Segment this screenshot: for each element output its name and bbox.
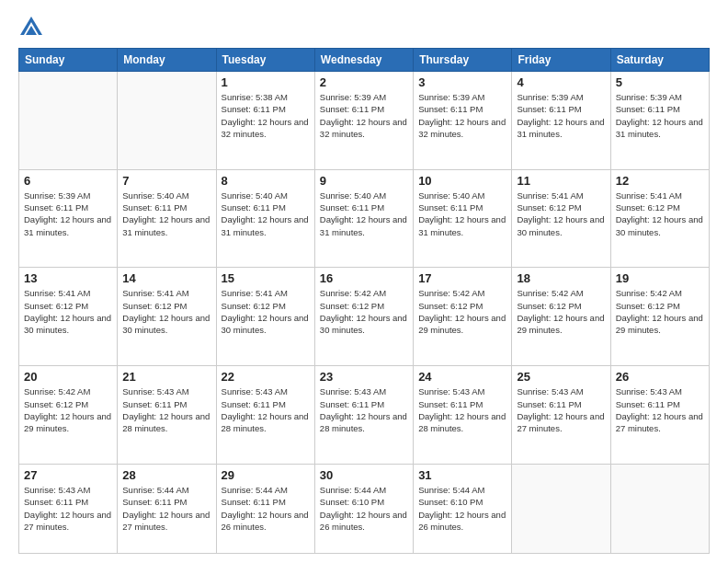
day-number: 30 (320, 468, 408, 482)
calendar-day-cell: 7Sunrise: 5:40 AM Sunset: 6:11 PM Daylig… (118, 169, 216, 268)
calendar-day-cell: 29Sunrise: 5:44 AM Sunset: 6:11 PM Dayli… (216, 464, 314, 553)
day-number: 16 (320, 271, 408, 285)
calendar-day-cell: 15Sunrise: 5:41 AM Sunset: 6:12 PM Dayli… (216, 268, 314, 366)
day-info: Sunrise: 5:40 AM Sunset: 6:11 PM Dayligh… (222, 190, 310, 238)
calendar-day-cell: 20Sunrise: 5:42 AM Sunset: 6:12 PM Dayli… (19, 366, 118, 465)
day-number: 11 (517, 174, 605, 188)
calendar-day-cell: 1Sunrise: 5:38 AM Sunset: 6:11 PM Daylig… (216, 72, 314, 170)
page: SundayMondayTuesdayWednesdayThursdayFrid… (0, 0, 728, 563)
day-number: 3 (418, 75, 506, 89)
day-info: Sunrise: 5:42 AM Sunset: 6:12 PM Dayligh… (616, 287, 704, 336)
day-info: Sunrise: 5:41 AM Sunset: 6:12 PM Dayligh… (517, 190, 605, 238)
day-info: Sunrise: 5:41 AM Sunset: 6:12 PM Dayligh… (222, 287, 310, 336)
day-number: 4 (517, 75, 605, 89)
day-number: 18 (517, 271, 605, 285)
day-info: Sunrise: 5:43 AM Sunset: 6:11 PM Dayligh… (24, 484, 112, 533)
day-info: Sunrise: 5:41 AM Sunset: 6:12 PM Dayligh… (616, 190, 704, 238)
day-info: Sunrise: 5:44 AM Sunset: 6:11 PM Dayligh… (222, 484, 310, 533)
day-number: 20 (24, 370, 112, 384)
calendar-body: 1Sunrise: 5:38 AM Sunset: 6:11 PM Daylig… (19, 72, 710, 554)
calendar-week-row: 20Sunrise: 5:42 AM Sunset: 6:12 PM Dayli… (19, 366, 710, 465)
calendar-header-row: SundayMondayTuesdayWednesdayThursdayFrid… (19, 49, 710, 72)
day-info: Sunrise: 5:41 AM Sunset: 6:12 PM Dayligh… (122, 287, 210, 336)
day-info: Sunrise: 5:40 AM Sunset: 6:11 PM Dayligh… (418, 190, 506, 238)
day-number: 12 (616, 174, 704, 188)
calendar-day-cell: 22Sunrise: 5:43 AM Sunset: 6:11 PM Dayli… (216, 366, 314, 465)
day-number: 28 (122, 468, 210, 482)
day-info: Sunrise: 5:39 AM Sunset: 6:11 PM Dayligh… (418, 91, 506, 140)
day-number: 7 (122, 174, 210, 188)
day-number: 22 (222, 370, 310, 384)
day-info: Sunrise: 5:44 AM Sunset: 6:10 PM Dayligh… (418, 484, 506, 533)
calendar-day-cell: 2Sunrise: 5:39 AM Sunset: 6:11 PM Daylig… (314, 72, 413, 170)
calendar-table: SundayMondayTuesdayWednesdayThursdayFrid… (18, 48, 710, 554)
calendar-day-cell: 28Sunrise: 5:44 AM Sunset: 6:11 PM Dayli… (118, 464, 216, 553)
calendar-week-row: 1Sunrise: 5:38 AM Sunset: 6:11 PM Daylig… (19, 72, 710, 170)
calendar-day-cell: 8Sunrise: 5:40 AM Sunset: 6:11 PM Daylig… (216, 169, 314, 268)
day-number: 23 (320, 370, 408, 384)
day-info: Sunrise: 5:43 AM Sunset: 6:11 PM Dayligh… (222, 385, 310, 434)
day-number: 10 (418, 174, 506, 188)
day-info: Sunrise: 5:42 AM Sunset: 6:12 PM Dayligh… (320, 287, 408, 336)
calendar-header-cell: Saturday (610, 49, 709, 72)
calendar-day-cell: 16Sunrise: 5:42 AM Sunset: 6:12 PM Dayli… (314, 268, 413, 366)
calendar-day-cell: 10Sunrise: 5:40 AM Sunset: 6:11 PM Dayli… (414, 169, 512, 268)
calendar-day-cell: 13Sunrise: 5:41 AM Sunset: 6:12 PM Dayli… (19, 268, 118, 366)
calendar-day-cell: 9Sunrise: 5:40 AM Sunset: 6:11 PM Daylig… (314, 169, 413, 268)
day-number: 8 (222, 174, 310, 188)
day-info: Sunrise: 5:39 AM Sunset: 6:11 PM Dayligh… (616, 91, 704, 140)
calendar-day-cell: 11Sunrise: 5:41 AM Sunset: 6:12 PM Dayli… (512, 169, 610, 268)
day-info: Sunrise: 5:43 AM Sunset: 6:11 PM Dayligh… (517, 385, 605, 434)
day-number: 24 (418, 370, 506, 384)
day-number: 15 (222, 271, 310, 285)
calendar-header-cell: Thursday (414, 49, 512, 72)
day-number: 1 (222, 75, 310, 89)
calendar-day-cell: 17Sunrise: 5:42 AM Sunset: 6:12 PM Dayli… (414, 268, 512, 366)
calendar-day-cell: 26Sunrise: 5:43 AM Sunset: 6:11 PM Dayli… (610, 366, 709, 465)
calendar-day-cell: 27Sunrise: 5:43 AM Sunset: 6:11 PM Dayli… (19, 464, 118, 553)
calendar-day-cell: 14Sunrise: 5:41 AM Sunset: 6:12 PM Dayli… (118, 268, 216, 366)
day-info: Sunrise: 5:38 AM Sunset: 6:11 PM Dayligh… (222, 91, 310, 140)
calendar-day-cell: 23Sunrise: 5:43 AM Sunset: 6:11 PM Dayli… (314, 366, 413, 465)
day-info: Sunrise: 5:44 AM Sunset: 6:11 PM Dayligh… (122, 484, 210, 533)
calendar-week-row: 13Sunrise: 5:41 AM Sunset: 6:12 PM Dayli… (19, 268, 710, 366)
day-number: 13 (24, 271, 112, 285)
calendar-day-cell: 19Sunrise: 5:42 AM Sunset: 6:12 PM Dayli… (610, 268, 709, 366)
day-number: 21 (122, 370, 210, 384)
calendar-day-cell (512, 464, 610, 553)
day-info: Sunrise: 5:39 AM Sunset: 6:11 PM Dayligh… (517, 91, 605, 140)
day-info: Sunrise: 5:39 AM Sunset: 6:11 PM Dayligh… (320, 91, 408, 140)
calendar-week-row: 27Sunrise: 5:43 AM Sunset: 6:11 PM Dayli… (19, 464, 710, 553)
day-info: Sunrise: 5:42 AM Sunset: 6:12 PM Dayligh… (517, 287, 605, 336)
day-number: 27 (24, 468, 112, 482)
calendar-day-cell: 12Sunrise: 5:41 AM Sunset: 6:12 PM Dayli… (610, 169, 709, 268)
calendar-day-cell: 4Sunrise: 5:39 AM Sunset: 6:11 PM Daylig… (512, 72, 610, 170)
calendar-day-cell: 18Sunrise: 5:42 AM Sunset: 6:12 PM Dayli… (512, 268, 610, 366)
day-number: 19 (616, 271, 704, 285)
day-info: Sunrise: 5:43 AM Sunset: 6:11 PM Dayligh… (616, 385, 704, 434)
calendar-day-cell: 30Sunrise: 5:44 AM Sunset: 6:10 PM Dayli… (314, 464, 413, 553)
logo (18, 15, 48, 40)
day-info: Sunrise: 5:44 AM Sunset: 6:10 PM Dayligh… (320, 484, 408, 533)
day-number: 2 (320, 75, 408, 89)
day-number: 25 (517, 370, 605, 384)
day-info: Sunrise: 5:40 AM Sunset: 6:11 PM Dayligh… (122, 190, 210, 238)
day-number: 29 (222, 468, 310, 482)
day-info: Sunrise: 5:42 AM Sunset: 6:12 PM Dayligh… (24, 385, 112, 434)
day-info: Sunrise: 5:40 AM Sunset: 6:11 PM Dayligh… (320, 190, 408, 238)
header (18, 15, 710, 40)
calendar-header-cell: Monday (118, 49, 216, 72)
calendar-day-cell (19, 72, 118, 170)
day-number: 14 (122, 271, 210, 285)
day-info: Sunrise: 5:43 AM Sunset: 6:11 PM Dayligh… (320, 385, 408, 434)
day-number: 6 (24, 174, 112, 188)
day-info: Sunrise: 5:39 AM Sunset: 6:11 PM Dayligh… (24, 190, 112, 238)
calendar-day-cell: 5Sunrise: 5:39 AM Sunset: 6:11 PM Daylig… (610, 72, 709, 170)
calendar-day-cell: 6Sunrise: 5:39 AM Sunset: 6:11 PM Daylig… (19, 169, 118, 268)
day-info: Sunrise: 5:42 AM Sunset: 6:12 PM Dayligh… (418, 287, 506, 336)
day-number: 31 (418, 468, 506, 482)
day-number: 17 (418, 271, 506, 285)
logo-icon (18, 15, 44, 40)
calendar-day-cell: 31Sunrise: 5:44 AM Sunset: 6:10 PM Dayli… (414, 464, 512, 553)
calendar-header-cell: Tuesday (216, 49, 314, 72)
